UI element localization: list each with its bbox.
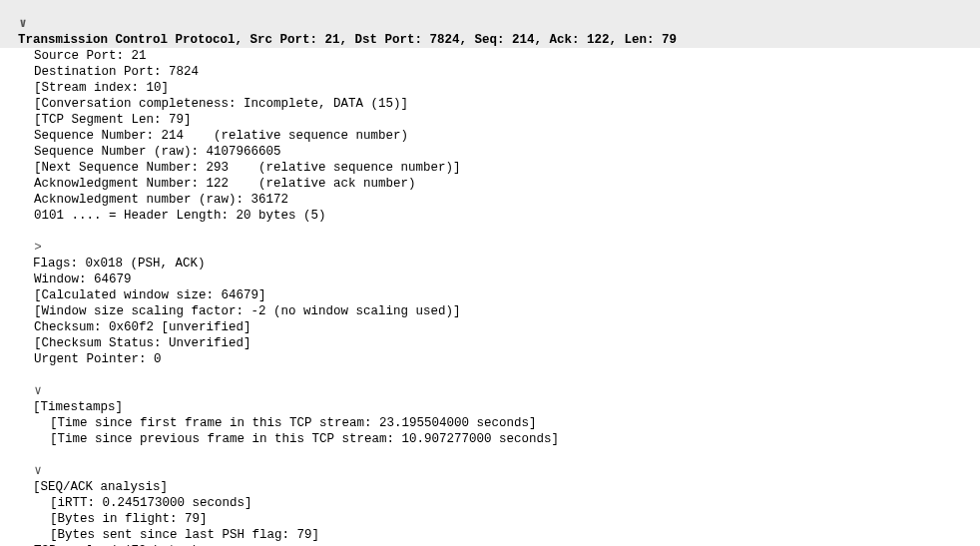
tcp-timestamps-text: [Timestamps]: [33, 400, 123, 414]
tcp-window[interactable]: Window: 64679: [0, 272, 980, 287]
tcp-seg-len[interactable]: [TCP Segment Len: 79]: [0, 112, 980, 128]
tcp-seq-num[interactable]: Sequence Number: 214 (relative sequence …: [0, 128, 980, 144]
tcp-ack-raw[interactable]: Acknowledgment number (raw): 36172: [0, 192, 980, 208]
tcp-src-port[interactable]: Source Port: 21: [0, 48, 980, 64]
tcp-next-seq[interactable]: [Next Sequence Number: 293 (relative seq…: [0, 160, 980, 176]
tcp-checksum[interactable]: Checksum: 0x60f2 [unverified]: [0, 319, 980, 335]
tcp-urgent-ptr[interactable]: Urgent Pointer: 0: [0, 351, 980, 367]
tcp-ack-num[interactable]: Acknowledgment Number: 122 (relative ack…: [0, 176, 980, 192]
tcp-bytes-in-flight[interactable]: [Bytes in flight: 79]: [0, 511, 980, 527]
tcp-timestamps-row[interactable]: ∨ [Timestamps]: [0, 367, 980, 415]
tcp-header-row[interactable]: ∨ Transmission Control Protocol, Src Por…: [0, 0, 980, 48]
tcp-header-text: Transmission Control Protocol, Src Port:…: [18, 33, 677, 47]
chevron-down-icon[interactable]: ∨: [33, 463, 43, 479]
chevron-down-icon[interactable]: ∨: [33, 383, 43, 399]
tcp-calc-window[interactable]: [Calculated window size: 64679]: [0, 287, 980, 303]
tcp-conv-completeness[interactable]: [Conversation completeness: Incomplete, …: [0, 96, 980, 112]
tcp-seqack-row[interactable]: ∨ [SEQ/ACK analysis]: [0, 447, 980, 495]
chevron-right-icon[interactable]: >: [33, 240, 43, 256]
tcp-ts-prev[interactable]: [Time since previous frame in this TCP s…: [0, 431, 980, 447]
tcp-dst-port[interactable]: Destination Port: 7824: [0, 64, 980, 80]
tcp-checksum-status[interactable]: [Checksum Status: Unverified]: [0, 335, 980, 351]
tcp-flags-row[interactable]: > Flags: 0x018 (PSH, ACK): [0, 224, 980, 272]
tcp-ts-first[interactable]: [Time since first frame in this TCP stre…: [0, 415, 980, 431]
tcp-bytes-since-psh[interactable]: [Bytes sent since last PSH flag: 79]: [0, 527, 980, 543]
tcp-hdr-len[interactable]: 0101 .... = Header Length: 20 bytes (5): [0, 208, 980, 224]
tcp-stream-index[interactable]: [Stream index: 10]: [0, 80, 980, 96]
tcp-win-scale[interactable]: [Window size scaling factor: -2 (no wind…: [0, 303, 980, 319]
tcp-irtt[interactable]: [iRTT: 0.245173000 seconds]: [0, 495, 980, 511]
tcp-flags-text: Flags: 0x018 (PSH, ACK): [33, 257, 206, 271]
tcp-seqack-text: [SEQ/ACK analysis]: [33, 480, 168, 494]
tcp-seq-raw[interactable]: Sequence Number (raw): 4107966605: [0, 144, 980, 160]
chevron-down-icon[interactable]: ∨: [18, 16, 28, 32]
